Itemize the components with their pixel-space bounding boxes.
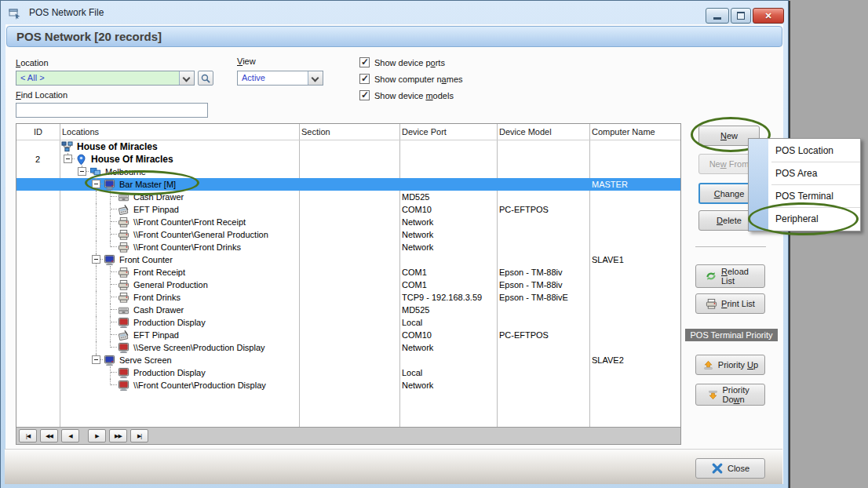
- row-id: [16, 178, 59, 191]
- row-id: [16, 166, 59, 178]
- close-button[interactable]: Close: [695, 458, 765, 479]
- tree-guide: [61, 354, 75, 366]
- row-id: [16, 316, 59, 329]
- checkbox-show-device-ports[interactable]: Show device ports: [359, 57, 445, 67]
- table-row[interactable]: \\Front Counter\Production DisplayNetwor…: [16, 379, 680, 391]
- pager-first-button[interactable]: |◀: [19, 429, 37, 442]
- view-dropdown-arrow[interactable]: [308, 71, 323, 85]
- row-computer-name: [592, 191, 680, 203]
- pager-last-button[interactable]: ▶|: [130, 429, 148, 442]
- tree-expander-collapse[interactable]: [64, 155, 72, 163]
- print-list-button[interactable]: Print List: [695, 293, 765, 314]
- pos-network-table: ID Locations Section Device Port Device …: [16, 123, 681, 445]
- table-row[interactable]: \\Front Counter\Front DrinksNetwork: [16, 241, 680, 253]
- tree-guide: [104, 191, 118, 203]
- location-dropdown-arrow[interactable]: [179, 71, 194, 85]
- row-device-port: Network: [402, 228, 494, 241]
- row-device-port: COM10: [402, 203, 494, 216]
- pinpad-icon: [118, 204, 129, 216]
- table-row[interactable]: Bar Master [M]MASTER: [16, 178, 680, 191]
- reload-icon: [705, 270, 717, 282]
- reload-list-button[interactable]: Reload List: [695, 264, 765, 288]
- page-title-banner: POS Network [20 records]: [6, 26, 782, 47]
- pager-next-button[interactable]: ▶: [88, 429, 106, 442]
- find-location-input[interactable]: [16, 103, 208, 118]
- close-x-icon: [711, 462, 724, 475]
- row-section: [301, 266, 396, 279]
- tree-guide: [89, 341, 104, 354]
- table-row[interactable]: Front CounterSLAVE1: [16, 253, 680, 266]
- table-row[interactable]: \\Front Counter\General ProductionNetwor…: [16, 228, 680, 241]
- maximize-button[interactable]: [731, 8, 751, 24]
- app-icon: [9, 7, 21, 20]
- tree-guide: [75, 241, 89, 253]
- tree-expander-collapse[interactable]: [78, 167, 86, 176]
- pager-prev-page-button[interactable]: ◀◀: [40, 429, 58, 442]
- table-row[interactable]: EFT PinpadCOM10PC-EFTPOS: [16, 203, 680, 216]
- tree-guide: [104, 341, 118, 354]
- pager-prev-button[interactable]: ◀: [61, 429, 79, 442]
- tree-guide: [61, 379, 75, 391]
- row-section: [301, 366, 396, 379]
- checkbox-show-device-models[interactable]: Show device models: [359, 90, 454, 100]
- priority-down-label: Priority Down: [723, 385, 754, 404]
- table-row[interactable]: General ProductionCOM1Epson - TM-88iv: [16, 279, 680, 291]
- tree-expander-collapse[interactable]: [92, 355, 100, 364]
- menu-item-pos-terminal[interactable]: POS Terminal: [749, 185, 860, 207]
- tree-guide: [104, 228, 118, 241]
- row-computer-name: [592, 241, 680, 253]
- table-row[interactable]: EFT PinpadCOM10PC-EFTPOS: [16, 329, 680, 341]
- column-header-device-model[interactable]: Device Model: [499, 124, 552, 140]
- menu-item-pos-area[interactable]: POS Area: [749, 162, 860, 184]
- table-row[interactable]: 2House Of Miracles: [16, 153, 680, 166]
- checkbox-checked-icon: [359, 74, 370, 84]
- table-row[interactable]: Production DisplayLocal: [16, 316, 680, 329]
- location-combobox[interactable]: < All >: [16, 71, 195, 86]
- column-header-device-port[interactable]: Device Port: [402, 124, 447, 140]
- table-row[interactable]: Front ReceiptCOM1Epson - TM-88iv: [16, 266, 680, 279]
- menu-item-peripheral[interactable]: Peripheral: [749, 208, 860, 230]
- table-row[interactable]: Melbourne: [16, 166, 680, 178]
- tree-guide: [61, 253, 75, 266]
- tree-guide: [104, 203, 118, 216]
- row-device-model: Epson - TM-88ivE: [499, 291, 587, 304]
- new-context-menu: POS Location POS Area POS Terminal Perip…: [748, 138, 861, 231]
- row-device-model: [499, 216, 587, 228]
- tree-node-label: \\Front Counter\Front Receipt: [132, 216, 247, 228]
- pager-next-page-button[interactable]: ▶▶: [109, 429, 127, 442]
- titlebar[interactable]: POS Network File ✕: [1, 1, 788, 24]
- row-section: [301, 341, 396, 354]
- row-id: [16, 366, 59, 379]
- tree-guide: [104, 379, 118, 391]
- tree-expander-collapse[interactable]: [92, 255, 100, 264]
- tree-expander-collapse[interactable]: [92, 180, 100, 188]
- column-header-locations[interactable]: Locations: [62, 124, 99, 140]
- table-row[interactable]: Front DrinksTCP9 - 192.168.3.59Epson - T…: [16, 291, 680, 304]
- table-row[interactable]: House of Miracles: [16, 140, 680, 153]
- column-header-id[interactable]: ID: [16, 124, 60, 140]
- table-row[interactable]: Production DisplayLocal: [16, 366, 680, 379]
- menu-item-pos-location[interactable]: POS Location: [749, 140, 860, 162]
- view-combobox[interactable]: Active: [237, 71, 323, 86]
- table-row[interactable]: Cash DrawerMD525: [16, 191, 680, 203]
- column-header-section[interactable]: Section: [301, 124, 330, 140]
- priority-down-button[interactable]: Priority Down: [695, 384, 765, 406]
- table-row[interactable]: Serve ScreenSLAVE2: [16, 354, 680, 366]
- row-id: [16, 379, 59, 391]
- table-row[interactable]: Cash DrawerMD525: [16, 304, 680, 316]
- row-computer-name: [592, 291, 680, 304]
- checkbox-show-computer-names[interactable]: Show computer names: [359, 74, 463, 84]
- table-row[interactable]: \\Front Counter\Front ReceiptNetwork: [16, 216, 680, 228]
- tree-node-label: Melbourne: [104, 166, 148, 178]
- table-row[interactable]: \\Serve Screen\Production DisplayNetwork: [16, 341, 680, 354]
- priority-up-button[interactable]: Priority Up: [695, 355, 765, 375]
- column-header-computer-name[interactable]: Computer Name: [592, 124, 655, 140]
- location-search-button[interactable]: [198, 71, 213, 86]
- close-window-button[interactable]: ✕: [753, 8, 784, 24]
- row-location: House of Miracles: [60, 140, 298, 153]
- row-device-model: [499, 178, 587, 191]
- row-location: \\Front Counter\Front Receipt: [60, 216, 298, 228]
- minimize-button[interactable]: [706, 8, 729, 24]
- checkbox-checked-icon: [359, 57, 370, 67]
- row-device-port: COM10: [402, 329, 494, 341]
